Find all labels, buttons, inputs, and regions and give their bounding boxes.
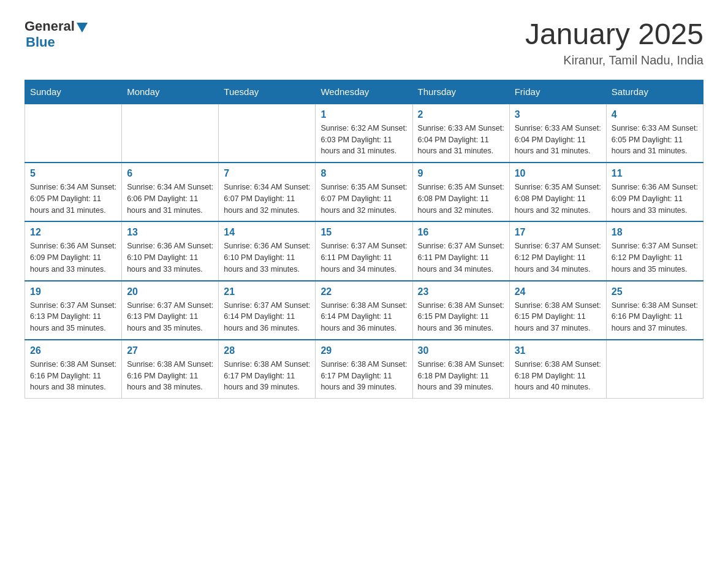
day-info: Sunrise: 6:35 AM Sunset: 6:08 PM Dayligh… (515, 182, 601, 216)
day-number: 9 (418, 168, 504, 179)
day-info: Sunrise: 6:36 AM Sunset: 6:10 PM Dayligh… (224, 240, 310, 275)
day-info: Sunrise: 6:38 AM Sunset: 6:16 PM Dayligh… (30, 359, 116, 393)
weekday-header-saturday: Saturday (606, 80, 703, 104)
calendar-title: January 2025 (525, 18, 703, 51)
calendar-week-1: 1Sunrise: 6:32 AM Sunset: 6:03 PM Daylig… (25, 104, 703, 163)
day-number: 25 (612, 286, 698, 297)
day-number: 19 (30, 286, 116, 297)
weekday-header-row: SundayMondayTuesdayWednesdayThursdayFrid… (25, 80, 703, 104)
day-info: Sunrise: 6:34 AM Sunset: 6:06 PM Dayligh… (127, 182, 213, 216)
day-info: Sunrise: 6:33 AM Sunset: 6:04 PM Dayligh… (515, 123, 601, 157)
calendar-cell: 3Sunrise: 6:33 AM Sunset: 6:04 PM Daylig… (509, 104, 606, 163)
weekday-header-wednesday: Wednesday (316, 80, 412, 104)
day-info: Sunrise: 6:38 AM Sunset: 6:15 PM Dayligh… (418, 300, 504, 334)
calendar-cell: 13Sunrise: 6:36 AM Sunset: 6:10 PM Dayli… (122, 221, 219, 280)
day-number: 8 (320, 168, 407, 179)
weekday-header-thursday: Thursday (412, 80, 509, 104)
day-number: 13 (127, 227, 213, 238)
day-number: 21 (224, 286, 310, 297)
calendar-cell: 19Sunrise: 6:37 AM Sunset: 6:13 PM Dayli… (25, 281, 122, 340)
day-number: 11 (612, 168, 698, 179)
day-number: 2 (418, 109, 504, 120)
calendar-cell: 7Sunrise: 6:34 AM Sunset: 6:07 PM Daylig… (219, 163, 316, 221)
calendar-week-4: 19Sunrise: 6:37 AM Sunset: 6:13 PM Dayli… (25, 281, 703, 340)
day-info: Sunrise: 6:34 AM Sunset: 6:07 PM Dayligh… (224, 182, 310, 216)
day-info: Sunrise: 6:38 AM Sunset: 6:17 PM Dayligh… (320, 359, 407, 393)
page-header: General Blue January 2025 Kiranur, Tamil… (25, 18, 703, 67)
weekday-header-monday: Monday (122, 80, 219, 104)
weekday-header-tuesday: Tuesday (219, 80, 316, 104)
calendar-cell (606, 340, 703, 399)
day-number: 4 (612, 109, 698, 120)
calendar-cell: 9Sunrise: 6:35 AM Sunset: 6:08 PM Daylig… (412, 163, 509, 221)
calendar-cell: 25Sunrise: 6:38 AM Sunset: 6:16 PM Dayli… (606, 281, 703, 340)
calendar-cell: 18Sunrise: 6:37 AM Sunset: 6:12 PM Dayli… (606, 221, 703, 280)
calendar-cell (122, 104, 219, 163)
calendar-cell: 4Sunrise: 6:33 AM Sunset: 6:05 PM Daylig… (606, 104, 703, 163)
day-info: Sunrise: 6:37 AM Sunset: 6:11 PM Dayligh… (320, 240, 407, 275)
calendar-cell: 23Sunrise: 6:38 AM Sunset: 6:15 PM Dayli… (412, 281, 509, 340)
day-number: 31 (515, 345, 601, 356)
calendar-subtitle: Kiranur, Tamil Nadu, India (525, 53, 703, 67)
day-info: Sunrise: 6:38 AM Sunset: 6:14 PM Dayligh… (320, 300, 407, 334)
day-info: Sunrise: 6:37 AM Sunset: 6:12 PM Dayligh… (612, 240, 698, 275)
day-info: Sunrise: 6:32 AM Sunset: 6:03 PM Dayligh… (320, 123, 407, 157)
day-number: 12 (30, 227, 116, 238)
day-number: 6 (127, 168, 213, 179)
calendar-cell: 16Sunrise: 6:37 AM Sunset: 6:11 PM Dayli… (412, 221, 509, 280)
calendar-cell: 15Sunrise: 6:37 AM Sunset: 6:11 PM Dayli… (316, 221, 412, 280)
calendar-cell: 6Sunrise: 6:34 AM Sunset: 6:06 PM Daylig… (122, 163, 219, 221)
day-number: 14 (224, 227, 310, 238)
day-info: Sunrise: 6:37 AM Sunset: 6:13 PM Dayligh… (30, 300, 116, 334)
day-info: Sunrise: 6:36 AM Sunset: 6:09 PM Dayligh… (30, 240, 116, 275)
day-number: 7 (224, 168, 310, 179)
calendar-table: SundayMondayTuesdayWednesdayThursdayFrid… (25, 80, 703, 399)
day-number: 24 (515, 286, 601, 297)
day-number: 5 (30, 168, 116, 179)
day-info: Sunrise: 6:37 AM Sunset: 6:12 PM Dayligh… (515, 240, 601, 275)
day-number: 10 (515, 168, 601, 179)
calendar-cell: 22Sunrise: 6:38 AM Sunset: 6:14 PM Dayli… (316, 281, 412, 340)
calendar-cell (25, 104, 122, 163)
calendar-week-3: 12Sunrise: 6:36 AM Sunset: 6:09 PM Dayli… (25, 221, 703, 280)
calendar-cell: 31Sunrise: 6:38 AM Sunset: 6:18 PM Dayli… (509, 340, 606, 399)
calendar-cell: 10Sunrise: 6:35 AM Sunset: 6:08 PM Dayli… (509, 163, 606, 221)
logo-arrow-icon (77, 23, 88, 33)
calendar-cell: 14Sunrise: 6:36 AM Sunset: 6:10 PM Dayli… (219, 221, 316, 280)
calendar-cell: 11Sunrise: 6:36 AM Sunset: 6:09 PM Dayli… (606, 163, 703, 221)
day-info: Sunrise: 6:38 AM Sunset: 6:18 PM Dayligh… (515, 359, 601, 393)
day-number: 29 (320, 345, 407, 356)
day-info: Sunrise: 6:37 AM Sunset: 6:11 PM Dayligh… (418, 240, 504, 275)
day-info: Sunrise: 6:34 AM Sunset: 6:05 PM Dayligh… (30, 182, 116, 216)
day-info: Sunrise: 6:38 AM Sunset: 6:16 PM Dayligh… (127, 359, 213, 393)
day-info: Sunrise: 6:38 AM Sunset: 6:17 PM Dayligh… (224, 359, 310, 393)
calendar-cell: 26Sunrise: 6:38 AM Sunset: 6:16 PM Dayli… (25, 340, 122, 399)
calendar-cell: 5Sunrise: 6:34 AM Sunset: 6:05 PM Daylig… (25, 163, 122, 221)
day-number: 17 (515, 227, 601, 238)
day-number: 1 (320, 109, 407, 120)
day-info: Sunrise: 6:36 AM Sunset: 6:09 PM Dayligh… (612, 182, 698, 216)
calendar-cell: 21Sunrise: 6:37 AM Sunset: 6:14 PM Dayli… (219, 281, 316, 340)
day-info: Sunrise: 6:36 AM Sunset: 6:10 PM Dayligh… (127, 240, 213, 275)
logo-general-text: General (25, 18, 75, 34)
weekday-header-sunday: Sunday (25, 80, 122, 104)
calendar-cell (219, 104, 316, 163)
day-info: Sunrise: 6:33 AM Sunset: 6:04 PM Dayligh… (418, 123, 504, 157)
calendar-cell: 12Sunrise: 6:36 AM Sunset: 6:09 PM Dayli… (25, 221, 122, 280)
calendar-cell: 29Sunrise: 6:38 AM Sunset: 6:17 PM Dayli… (316, 340, 412, 399)
calendar-cell: 17Sunrise: 6:37 AM Sunset: 6:12 PM Dayli… (509, 221, 606, 280)
day-number: 23 (418, 286, 504, 297)
day-info: Sunrise: 6:37 AM Sunset: 6:14 PM Dayligh… (224, 300, 310, 334)
day-number: 30 (418, 345, 504, 356)
day-info: Sunrise: 6:35 AM Sunset: 6:07 PM Dayligh… (320, 182, 407, 216)
logo-blue-text: Blue (26, 34, 55, 50)
calendar-cell: 2Sunrise: 6:33 AM Sunset: 6:04 PM Daylig… (412, 104, 509, 163)
day-info: Sunrise: 6:37 AM Sunset: 6:13 PM Dayligh… (127, 300, 213, 334)
day-number: 15 (320, 227, 407, 238)
day-number: 26 (30, 345, 116, 356)
logo: General Blue (25, 18, 88, 50)
weekday-header-friday: Friday (509, 80, 606, 104)
day-info: Sunrise: 6:38 AM Sunset: 6:18 PM Dayligh… (418, 359, 504, 393)
calendar-cell: 27Sunrise: 6:38 AM Sunset: 6:16 PM Dayli… (122, 340, 219, 399)
calendar-cell: 1Sunrise: 6:32 AM Sunset: 6:03 PM Daylig… (316, 104, 412, 163)
